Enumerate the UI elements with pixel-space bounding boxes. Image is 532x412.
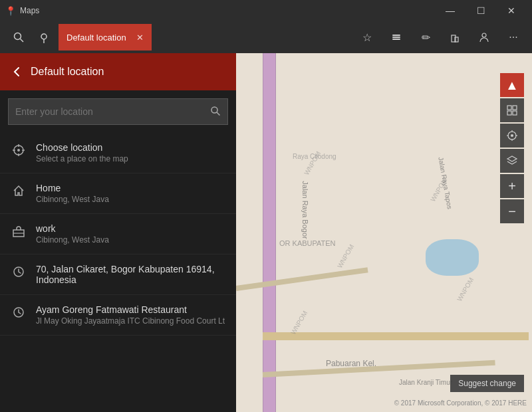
sidebar-title: Default location (31, 66, 104, 78)
svg-point-0 (15, 33, 21, 40)
layers-button[interactable] (383, 24, 410, 51)
svg-rect-3 (392, 35, 400, 36)
zoom-in-button[interactable]: + (500, 174, 524, 198)
svg-rect-23 (507, 111, 511, 115)
choose-location-content: Choose location Select a place on the ma… (36, 142, 128, 163)
map-road-label-1: Jalan Raya Bogor (301, 181, 309, 239)
location-menu: Choose location Select a place on the ma… (0, 133, 236, 336)
zoom-out-button[interactable]: − (500, 199, 524, 223)
sidebar-header: Default location (0, 53, 236, 90)
map-controls: ▲ + − (500, 73, 524, 223)
map-road-small-1 (235, 267, 368, 291)
work-item[interactable]: work Cibinong, West Java (0, 214, 236, 255)
tab-close-icon[interactable]: ✕ (136, 33, 144, 43)
target-button[interactable] (500, 124, 524, 148)
close-button[interactable]: ✕ (496, 0, 527, 21)
svg-rect-5 (392, 39, 400, 40)
favorites-button[interactable]: ☆ (354, 24, 380, 51)
default-location-tab[interactable]: Default location ✕ (59, 24, 152, 51)
svg-point-9 (211, 107, 217, 113)
title-bar: 📍 Maps — ☐ ✕ (0, 0, 532, 21)
toolbar-search-button[interactable] (5, 24, 32, 51)
work-title: work (36, 223, 109, 234)
tab-label: Default location (66, 33, 126, 43)
recent-icon-2 (11, 306, 27, 322)
map-water (426, 239, 479, 276)
map-road-horizontal-1 (263, 332, 529, 340)
toolbar-location-icon (32, 24, 56, 51)
map-road-label-3: Jalan Kranji Timur (399, 379, 452, 386)
title-bar-left: 📍 Maps (5, 6, 39, 16)
work-content: work Cibinong, West Java (36, 223, 109, 245)
home-item[interactable]: Home Cibinong, West Java (0, 173, 236, 214)
layers-control-button[interactable] (500, 149, 524, 173)
svg-point-12 (17, 149, 20, 152)
svg-rect-24 (513, 111, 517, 115)
svg-rect-22 (513, 106, 517, 110)
more-button[interactable]: ··· (500, 24, 527, 51)
app-toolbar: Default location ✕ ☆ ✏ ··· (0, 21, 532, 53)
grid-button[interactable] (500, 98, 524, 122)
map-place-1: Raya Cilodong (293, 153, 336, 160)
recent-subtitle-2: Jl May Oking Jayaatmaja ITC Cibinong Foo… (36, 316, 225, 326)
maximize-button[interactable]: ☐ (466, 0, 496, 21)
recent-item-1[interactable]: 70, Jalan Cikaret, Bogor Kabupaten 16914… (0, 255, 236, 295)
location-search-input[interactable] (15, 106, 210, 117)
map-place-2: OR KABUPATEN (279, 239, 336, 247)
svg-rect-4 (392, 37, 400, 38)
compass-button[interactable]: ▲ (500, 73, 524, 97)
app-title: Maps (20, 6, 39, 15)
home-content: Home Cibinong, West Java (36, 183, 109, 204)
sidebar-panel: Default location (0, 53, 236, 412)
toolbar-right: ☆ ✏ ··· (354, 24, 527, 51)
work-icon (11, 225, 27, 241)
map-watermark-2: WNPOM (336, 243, 355, 270)
home-subtitle: Cibinong, West Java (36, 195, 109, 204)
svg-point-2 (41, 34, 47, 39)
recent-title-1: 70, Jalan Cikaret, Bogor Kabupaten 16914… (36, 264, 225, 285)
recent-title-2: Ayam Goreng Fatmawati Restaurant (36, 304, 225, 315)
minimize-button[interactable]: — (435, 0, 466, 21)
recent-content-1: 70, Jalan Cikaret, Bogor Kabupaten 16914… (36, 264, 225, 285)
choose-location-title: Choose location (36, 142, 128, 153)
back-button[interactable] (11, 66, 23, 78)
choose-location-item[interactable]: Choose location Select a place on the ma… (0, 133, 236, 173)
app-icon: 📍 (5, 6, 16, 16)
draw-button[interactable]: ✏ (412, 24, 439, 51)
home-title: Home (36, 183, 109, 193)
suggest-change-button[interactable]: Suggest change (450, 375, 524, 392)
svg-point-26 (511, 134, 513, 137)
map-copyright: © 2017 Microsoft Corporation, © 2017 HER… (394, 399, 527, 407)
choose-location-icon (11, 144, 27, 160)
recent-item-2[interactable]: Ayam Goreng Fatmawati Restaurant Jl May … (0, 295, 236, 336)
main-content: WNPOM WNPOM WNPOM WNPOM WNPOM Jalan Raya… (0, 53, 532, 412)
recent-content-2: Ayam Goreng Fatmawati Restaurant Jl May … (36, 304, 225, 326)
svg-line-1 (21, 39, 24, 43)
map-place-3: Pabuaran Kel. (326, 359, 376, 368)
choose-location-subtitle: Select a place on the map (36, 154, 128, 163)
recent-icon-1 (11, 265, 27, 282)
search-icon[interactable] (210, 106, 221, 118)
map-road-main (263, 53, 276, 412)
work-subtitle: Cibinong, West Java (36, 235, 109, 245)
account-button[interactable] (471, 24, 497, 51)
search-box[interactable] (8, 98, 228, 125)
svg-point-8 (482, 33, 486, 37)
home-icon (11, 184, 27, 201)
svg-line-10 (217, 112, 220, 116)
map-watermark-5: WNPOM (456, 276, 475, 303)
svg-rect-21 (507, 106, 511, 110)
buildings-button[interactable] (442, 24, 468, 51)
title-bar-controls: — ☐ ✕ (435, 0, 527, 21)
